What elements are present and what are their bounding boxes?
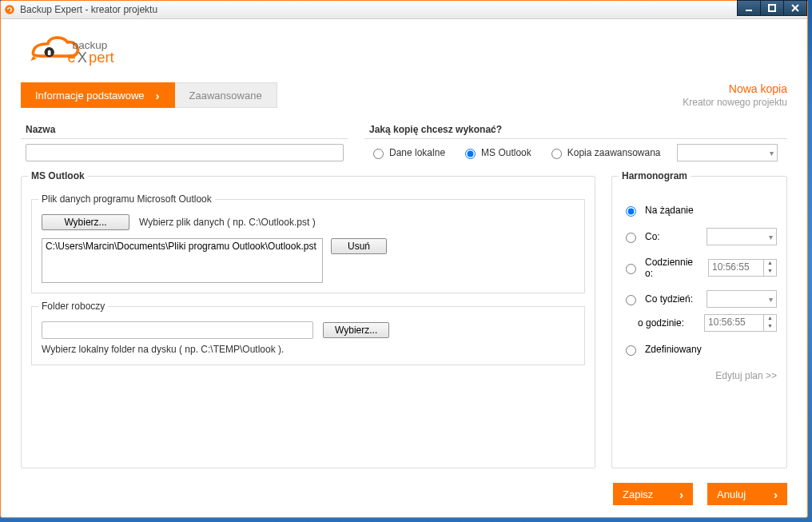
window-title: Backup Expert - kreator projektu xyxy=(20,4,157,15)
radio-on-demand[interactable] xyxy=(626,206,636,217)
svg-text:X: X xyxy=(78,49,87,66)
radio-advanced[interactable] xyxy=(551,149,562,159)
radio-defined-label: Zdefiniowany xyxy=(645,344,702,355)
cancel-button-label: Anuluj xyxy=(717,488,746,500)
save-button[interactable]: Zapisz › xyxy=(613,483,693,505)
radio-defined[interactable] xyxy=(626,345,636,356)
copy-type-advanced[interactable]: Kopia zaawansowana xyxy=(547,146,661,159)
app-icon xyxy=(4,4,15,15)
radio-weekly[interactable] xyxy=(626,295,636,305)
radio-daily-label: Codziennie o: xyxy=(645,257,702,279)
datafile-path-item[interactable]: C:\Users\Marcin\Documents\Pliki programu… xyxy=(46,241,319,252)
outlook-legend: MS Outlook xyxy=(28,170,88,181)
copy-type-label: Jaką kopię chcesz wykonać? xyxy=(364,124,787,139)
chevron-right-icon: › xyxy=(679,488,683,501)
edit-plan-link[interactable]: Edytuj plan >> xyxy=(622,370,777,381)
workdir-hint: Wybierz lokalny folder na dysku ( np. C:… xyxy=(42,344,575,355)
weekly-at-label: o godzinie: xyxy=(638,317,698,329)
radio-outlook[interactable] xyxy=(465,149,476,159)
datafile-path-list[interactable]: C:\Users\Marcin\Documents\Pliki programu… xyxy=(42,238,323,283)
maximize-button[interactable] xyxy=(761,0,784,16)
weekly-time-value: 10:56:55 xyxy=(705,315,763,331)
chevron-right-icon: › xyxy=(156,89,160,102)
name-input[interactable] xyxy=(26,144,344,161)
copy-type-section: Jaką kopię chcesz wykonać? Dane lokalne … xyxy=(364,124,787,161)
name-label: Nazwa xyxy=(21,124,348,139)
copy-type-outlook[interactable]: MS Outlook xyxy=(461,146,531,159)
titlebar: Backup Expert - kreator projektu xyxy=(1,1,807,19)
chevron-right-icon: › xyxy=(774,488,778,501)
daily-time-spinner[interactable]: ▲▼ xyxy=(763,260,776,276)
daily-time-value: 10:56:55 xyxy=(709,260,763,276)
wizard-caption: Kreator nowego projektu xyxy=(683,97,787,108)
every-select[interactable] xyxy=(707,228,777,245)
header-right: Nowa kopia Kreator nowego projektu xyxy=(683,82,787,108)
datafile-hint: Wybierz plik danych ( np. C:\Outlook.pst… xyxy=(139,217,316,228)
svg-rect-2 xyxy=(769,5,775,11)
radio-local-label: Dane lokalne xyxy=(389,147,445,158)
weekly-time-spinner[interactable]: ▲▼ xyxy=(763,315,776,331)
daily-time-input[interactable]: 10:56:55 ▲▼ xyxy=(708,259,777,277)
radio-daily[interactable] xyxy=(626,264,636,274)
cancel-button[interactable]: Anuluj › xyxy=(707,483,787,505)
minimize-button[interactable] xyxy=(737,0,761,16)
name-section: Nazwa xyxy=(21,124,348,161)
workdir-legend: Folder roboczy xyxy=(38,301,108,312)
workdir-input[interactable] xyxy=(42,321,313,339)
advanced-copy-select[interactable] xyxy=(677,144,778,161)
delete-datafile-button[interactable]: Usuń xyxy=(331,238,387,254)
svg-point-0 xyxy=(5,5,14,14)
svg-point-7 xyxy=(48,50,50,52)
weekly-day-select[interactable] xyxy=(707,290,777,308)
choose-workdir-button[interactable]: Wybierz... xyxy=(323,322,389,338)
outlook-datafile-fieldset: Plik danych programu Microsoft Outlook W… xyxy=(31,199,585,293)
workdir-fieldset: Folder roboczy Wybierz... Wybierz lokaln… xyxy=(31,306,585,365)
tab-advanced[interactable]: Zaawansowane xyxy=(175,82,277,108)
radio-every[interactable] xyxy=(626,233,636,243)
svg-text:pert: pert xyxy=(89,49,114,66)
tab-basic[interactable]: Informacje podstawowe › xyxy=(21,82,175,108)
radio-on-demand-label: Na żądanie xyxy=(645,205,694,216)
close-button[interactable] xyxy=(784,0,807,16)
brand-logo: backup e X pert xyxy=(21,29,787,76)
weekly-time-input[interactable]: 10:56:55 ▲▼ xyxy=(704,314,777,332)
new-copy-label: Nowa kopia xyxy=(683,82,787,95)
copy-type-local[interactable]: Dane lokalne xyxy=(369,146,445,159)
choose-datafile-button[interactable]: Wybierz... xyxy=(42,214,129,230)
schedule-fieldset: Harmonogram Na żądanie Co: Codziennie o:… xyxy=(611,176,787,468)
tab-basic-label: Informacje podstawowe xyxy=(35,90,145,102)
datafile-legend: Plik danych programu Microsoft Outlook xyxy=(38,193,215,205)
radio-weekly-label: Co tydzień: xyxy=(645,293,700,305)
radio-local[interactable] xyxy=(373,149,384,159)
radio-every-label: Co: xyxy=(645,231,700,242)
outlook-fieldset: MS Outlook Plik danych programu Microsof… xyxy=(21,176,595,468)
schedule-legend: Harmonogram xyxy=(619,170,691,181)
radio-advanced-label: Kopia zaawansowana xyxy=(567,147,661,158)
tab-advanced-label: Zaawansowane xyxy=(189,90,262,102)
svg-text:e: e xyxy=(67,49,75,66)
radio-outlook-label: MS Outlook xyxy=(481,147,531,158)
save-button-label: Zapisz xyxy=(623,488,653,500)
